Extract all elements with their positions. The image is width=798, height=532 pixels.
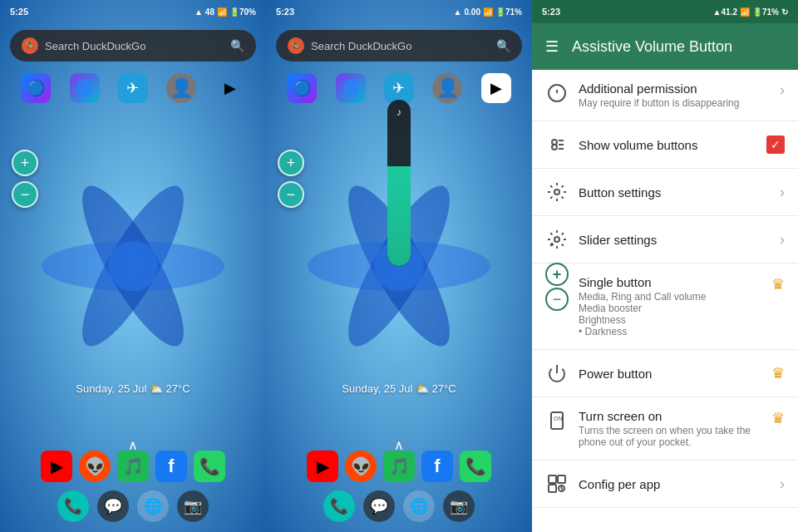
settings-title: Assistive Volume Button — [572, 38, 785, 56]
status-bar-1: 5:25 ▲ 48 📶 🔋70% — [0, 0, 266, 23]
top-app-row-1: 🔵 🌀 ✈ 👤 ▶ — [0, 73, 266, 103]
permission-action: › — [780, 81, 785, 99]
config-per-app-title: Config per app — [579, 477, 770, 491]
app-icon-messenger-2[interactable]: 🔵 — [287, 73, 317, 103]
chevron-up-1[interactable]: ∧ — [128, 437, 138, 453]
svg-point-25 — [554, 237, 559, 242]
svg-rect-34 — [549, 485, 556, 492]
app-icon-avatar-1[interactable]: 👤 — [166, 73, 196, 103]
screen-on-crown-icon: ♛ — [771, 409, 785, 427]
volume-music-icon: ♪ — [397, 106, 401, 118]
hamburger-menu-icon[interactable]: ☰ — [545, 37, 559, 56]
single-button-crown-icon: ♛ — [771, 275, 785, 293]
app-facebook-1[interactable]: f — [155, 451, 187, 482]
config-per-app-icon — [545, 472, 569, 495]
nav-chrome-2[interactable]: 🌐 — [403, 490, 435, 522]
app-icon-telegram-2[interactable]: ✈ — [384, 73, 414, 103]
settings-item-button-settings[interactable]: Button settings › — [532, 169, 798, 216]
slider-settings-chevron-icon: › — [780, 231, 785, 249]
settings-item-config-per-app[interactable]: Config per app › — [532, 461, 798, 508]
search-bar-2[interactable]: 🦆 Search DuckDuckGo 🔍 — [276, 30, 522, 62]
app-youtube-2[interactable]: ▶ — [307, 451, 338, 482]
permission-chevron-icon: › — [780, 81, 785, 99]
nav-phone-1[interactable]: 📞 — [57, 490, 89, 522]
app-reddit-2[interactable]: 👽 — [345, 451, 377, 482]
settings-item-show-volume[interactable]: Show volume buttons ✓ — [532, 121, 798, 169]
screen-on-icon: ON — [545, 409, 569, 432]
svg-line-37 — [562, 489, 564, 490]
show-volume-checkbox[interactable]: ✓ — [766, 135, 785, 154]
status-time-2: 5:23 — [276, 7, 294, 17]
screen-on-action: ♛ — [771, 409, 785, 427]
settings-header: ☰ Assistive Volume Button — [532, 23, 798, 70]
nav-messages-1[interactable]: 💬 — [97, 490, 129, 522]
nav-camera-1[interactable]: 📷 — [177, 490, 209, 522]
settings-item-additional-permission[interactable]: Additional permission May require if but… — [532, 70, 798, 121]
app-icon-messenger-1[interactable]: 🔵 — [21, 73, 51, 103]
power-button-icon — [545, 362, 569, 385]
show-volume-action[interactable]: ✓ — [766, 135, 785, 154]
button-settings-action: › — [780, 184, 785, 201]
app-spotify-2[interactable]: 🎵 — [383, 451, 415, 482]
app-icon-gplay-1[interactable]: ▶ — [215, 73, 245, 103]
search-magnifier-icon-1[interactable]: 🔍 — [230, 39, 244, 52]
settings-status-time: 5:23 — [542, 7, 560, 17]
single-button-subtitle: Media, Ring and Call volume Media booste… — [579, 291, 761, 337]
volume-fab-2: + − — [278, 150, 304, 208]
status-time-1: 5:25 — [10, 7, 28, 17]
status-bar-2: 5:23 ▲ 0.00 📶 🔋71% — [266, 0, 532, 23]
show-volume-title: Show volume buttons — [579, 138, 756, 152]
search-text-1: Search DuckDuckGo — [45, 40, 230, 52]
settings-status-icons: ▲41.2 📶 🔋71% ↻ — [713, 7, 788, 17]
search-magnifier-icon-2[interactable]: 🔍 — [496, 39, 510, 52]
app-icon-neon-1[interactable]: 🌀 — [70, 73, 100, 103]
settings-item-power-button[interactable]: Power button ♛ — [532, 350, 798, 397]
app-reddit-1[interactable]: 👽 — [79, 451, 111, 482]
permission-title: Additional permission — [579, 81, 770, 96]
nav-camera-2[interactable]: 📷 — [443, 490, 475, 522]
permission-icon — [545, 81, 569, 105]
nav-phone-2[interactable]: 📞 — [323, 490, 355, 522]
circle-plus-icon: + — [545, 263, 569, 286]
chevron-up-2[interactable]: ∧ — [394, 437, 404, 453]
screen-on-title: Turn screen on — [579, 409, 761, 423]
screen-on-content: Turn screen on Turns the screen on when … — [579, 409, 761, 448]
status-icons-1: ▲ 48 📶 🔋70% — [195, 7, 256, 17]
screen-on-subtitle: Turns the screen on when you take the ph… — [579, 425, 761, 448]
phone-screen-1: 5:25 ▲ 48 📶 🔋70% 🦆 Search DuckDuckGo 🔍 🔵… — [0, 0, 266, 532]
fab-minus-2[interactable]: − — [278, 181, 304, 208]
top-app-row-2: 🔵 🌀 ✈ 👤 ▶ — [266, 73, 532, 103]
settings-item-slider-settings[interactable]: Slider settings › — [532, 216, 798, 264]
nav-chrome-1[interactable]: 🌐 — [137, 490, 169, 522]
single-button-content: Single button Media, Ring and Call volum… — [579, 275, 761, 337]
app-spotify-1[interactable]: 🎵 — [117, 451, 149, 482]
app-icon-telegram-1[interactable]: ✈ — [118, 73, 148, 103]
settings-item-single-button[interactable]: + − Single button Media, Ring and Call v… — [532, 264, 798, 350]
status-icons-2: ▲ 0.00 📶 🔋71% — [454, 7, 522, 17]
app-icon-neon-2[interactable]: 🌀 — [336, 73, 366, 103]
app-icon-avatar-2[interactable]: 👤 — [432, 73, 462, 103]
volume-slider-widget[interactable]: ♪ — [387, 100, 411, 266]
power-button-action: ♛ — [771, 364, 785, 382]
config-per-app-chevron-icon: › — [780, 475, 785, 493]
single-button-icon: + − — [545, 275, 569, 298]
fab-minus-1[interactable]: − — [12, 181, 38, 208]
app-whatsapp-1[interactable]: 📞 — [194, 451, 225, 482]
settings-status-bar: 5:23 ▲41.2 📶 🔋71% ↻ — [532, 0, 798, 23]
search-bar-1[interactable]: 🦆 Search DuckDuckGo 🔍 — [10, 30, 256, 62]
date-weather-2: Sunday, 25 Jul ⛅ 27°C — [266, 382, 532, 395]
app-icon-gplay-2[interactable]: ▶ — [481, 73, 511, 103]
app-whatsapp-2[interactable]: 📞 — [460, 451, 491, 482]
volume-fab-1: + − — [12, 150, 38, 208]
fab-plus-2[interactable]: + — [278, 150, 304, 176]
dock-row-1: ▶ 👽 🎵 f 📞 — [0, 451, 266, 482]
button-settings-content: Button settings — [579, 185, 770, 200]
fab-plus-1[interactable]: + — [12, 150, 38, 176]
app-facebook-2[interactable]: f — [421, 451, 453, 482]
power-button-content: Power button — [579, 367, 761, 381]
permission-content: Additional permission May require if but… — [579, 81, 770, 109]
nav-messages-2[interactable]: 💬 — [363, 490, 395, 522]
permission-subtitle: May require if button is disappearing — [579, 97, 770, 109]
settings-item-turn-screen-on[interactable]: ON Turn screen on Turns the screen on wh… — [532, 397, 798, 461]
app-youtube-1[interactable]: ▶ — [41, 451, 72, 482]
